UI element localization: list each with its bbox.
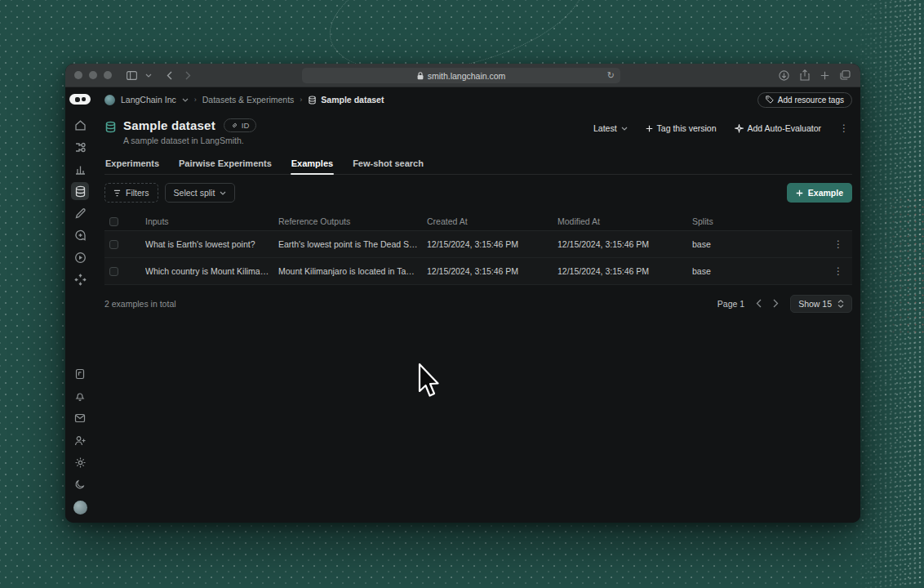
share-icon[interactable] — [800, 69, 810, 81]
tab-examples[interactable]: Examples — [291, 155, 334, 174]
left-nav-rail — [65, 87, 95, 523]
lock-icon — [417, 72, 424, 80]
mail-icon[interactable] — [71, 409, 89, 427]
header-actions: Latest Tag this version Add Auto-Evaluat… — [593, 123, 849, 133]
monitoring-chart-icon[interactable] — [71, 160, 89, 178]
sparkle-icon — [735, 124, 744, 133]
minimize-window-icon[interactable] — [89, 71, 97, 79]
langsmith-logo[interactable] — [69, 94, 91, 105]
tab-experiments[interactable]: Experiments — [104, 155, 160, 174]
version-selector[interactable]: Latest — [593, 123, 628, 133]
select-split-dropdown[interactable]: Select split — [165, 183, 236, 203]
chevron-right-icon — [773, 299, 779, 308]
background-red-dot-pattern — [875, 196, 924, 335]
add-example-button[interactable]: Example — [787, 183, 852, 203]
cell-reference-outputs[interactable]: Earth's lowest point is The Dead Sea. — [278, 239, 427, 249]
column-header-modified-at[interactable]: Modified At — [558, 216, 692, 226]
page-title: Sample dataset — [123, 118, 215, 132]
address-bar[interactable]: smith.langchain.com ↻ — [302, 68, 620, 83]
filters-button[interactable]: Filters — [104, 183, 158, 203]
tab-few-shot-search[interactable]: Few-shot search — [352, 155, 424, 174]
filter-toolbar: Filters Select split Example — [104, 183, 852, 203]
table-row[interactable]: Which country is Mount Kilimanjaro... Mo… — [104, 258, 852, 285]
tag-version-button[interactable]: Tag this version — [646, 123, 717, 133]
breadcrumb-separator: › — [194, 96, 197, 104]
next-page-button[interactable] — [773, 299, 779, 310]
browser-sidebar-toggle-icon[interactable] — [127, 71, 137, 80]
examples-table: Inputs Reference Outputs Created At Modi… — [104, 212, 852, 285]
cell-splits: base — [692, 239, 824, 249]
header-more-menu[interactable]: ⋮ — [839, 123, 849, 133]
tab-overview-icon[interactable] — [840, 70, 851, 80]
settings-gear-icon[interactable] — [71, 453, 89, 471]
cell-modified-at: 12/15/2024, 3:15:46 PM — [558, 239, 692, 249]
filter-funnel-icon — [113, 189, 121, 197]
page-header: Sample dataset ID A sample dataset in La… — [104, 118, 852, 145]
breadcrumb-section[interactable]: Datasets & Experiments — [202, 95, 295, 105]
back-icon[interactable] — [167, 71, 172, 80]
plus-icon — [646, 125, 653, 132]
cell-splits: base — [692, 266, 824, 276]
link-icon — [231, 122, 238, 129]
column-header-splits[interactable]: Splits — [692, 216, 824, 226]
deployments-move-icon[interactable] — [71, 270, 89, 288]
invite-user-icon[interactable] — [71, 431, 89, 449]
org-avatar — [104, 95, 115, 105]
docs-icon[interactable] — [71, 365, 89, 383]
column-header-inputs[interactable]: Inputs — [145, 216, 278, 226]
pagination-controls: Page 1 Show 15 — [717, 295, 852, 313]
playground-icon[interactable] — [71, 248, 89, 266]
row-more-menu[interactable]: ⋮ — [824, 266, 852, 276]
zoom-window-icon[interactable] — [104, 71, 112, 79]
add-auto-evaluator-button[interactable]: Add Auto-Evaluator — [735, 123, 821, 133]
app-body: LangChain Inc › Datasets & Experiments ›… — [65, 87, 860, 523]
url-text: smith.langchain.com — [428, 71, 506, 81]
chevron-down-icon — [220, 191, 226, 195]
previous-page-button[interactable] — [756, 299, 762, 310]
select-all-checkbox[interactable] — [109, 217, 118, 226]
column-header-reference-outputs[interactable]: Reference Outputs — [278, 216, 427, 226]
datasets-icon[interactable] — [71, 182, 89, 200]
browser-chrome: smith.langchain.com ↻ — [65, 64, 860, 87]
cell-inputs[interactable]: Which country is Mount Kilimanjaro... — [145, 266, 278, 276]
add-resource-tags-button[interactable]: Add resource tags — [757, 92, 852, 108]
tab-pairwise-experiments[interactable]: Pairwise Experiments — [178, 155, 273, 174]
refresh-icon[interactable]: ↻ — [607, 70, 615, 81]
traffic-lights[interactable] — [74, 71, 112, 79]
home-icon[interactable] — [71, 116, 89, 134]
chevron-left-icon — [756, 299, 762, 308]
page-size-selector[interactable]: Show 15 — [790, 295, 852, 313]
notifications-bell-icon[interactable] — [71, 387, 89, 405]
row-checkbox[interactable] — [109, 240, 118, 249]
chevron-down-icon[interactable] — [182, 98, 189, 102]
breadcrumb-page[interactable]: Sample dataset — [308, 95, 384, 105]
close-window-icon[interactable] — [74, 71, 82, 79]
breadcrumb: LangChain Inc › Datasets & Experiments ›… — [104, 95, 384, 105]
cell-created-at: 12/15/2024, 3:15:46 PM — [427, 239, 558, 249]
row-more-menu[interactable]: ⋮ — [824, 239, 852, 249]
annotation-queues-icon[interactable] — [71, 204, 89, 222]
tab-bar: Experiments Pairwise Experiments Example… — [104, 155, 852, 175]
table-header-row: Inputs Reference Outputs Created At Modi… — [104, 212, 852, 231]
table-row[interactable]: What is Earth's lowest point? Earth's lo… — [104, 231, 852, 258]
column-header-created-at[interactable]: Created At — [427, 216, 558, 226]
prompts-chat-icon[interactable] — [71, 226, 89, 244]
dark-mode-moon-icon[interactable] — [71, 475, 89, 493]
cell-inputs[interactable]: What is Earth's lowest point? — [145, 239, 278, 249]
cell-reference-outputs[interactable]: Mount Kilimanjaro is located in Tanzania… — [278, 266, 427, 276]
cell-modified-at: 12/15/2024, 3:15:46 PM — [558, 266, 692, 276]
page-subtitle: A sample dataset in LangSmith. — [123, 136, 256, 145]
tracing-projects-icon[interactable] — [71, 138, 89, 156]
tag-icon — [766, 96, 774, 104]
page-indicator: Page 1 — [717, 299, 744, 309]
copy-id-button[interactable]: ID — [224, 118, 257, 132]
chevron-down-icon[interactable] — [145, 74, 152, 78]
org-name[interactable]: LangChain Inc — [121, 95, 176, 105]
new-tab-icon[interactable] — [820, 71, 829, 80]
forward-icon[interactable] — [185, 71, 191, 80]
row-checkbox[interactable] — [109, 267, 118, 276]
dataset-icon — [308, 96, 317, 105]
downloads-icon[interactable] — [779, 70, 789, 81]
dataset-icon — [104, 121, 117, 133]
user-avatar[interactable] — [73, 501, 87, 514]
